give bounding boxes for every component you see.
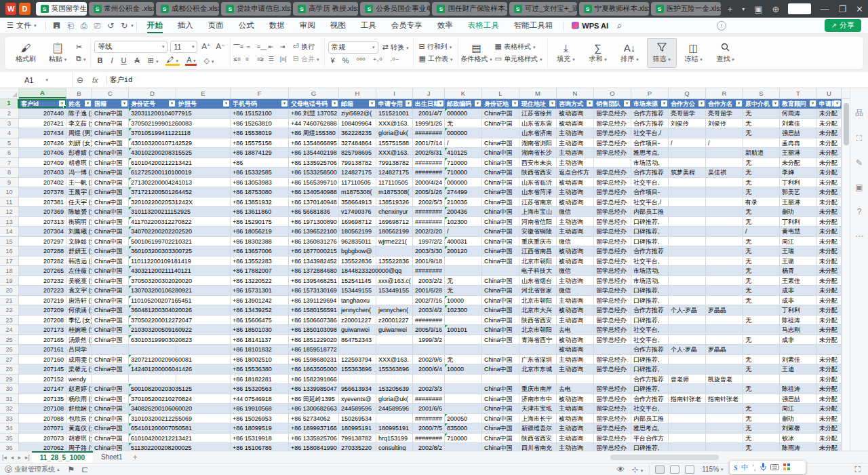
menu-item[interactable]: 插入 [170,18,201,34]
cell[interactable]: wendy [66,375,92,385]
cell[interactable]: 合作方推荐 [631,345,669,355]
cell[interactable]: 留学总经办 [594,355,631,365]
cell[interactable]: China中国 [482,227,519,237]
filter-dropdown-icon[interactable]: ▾ [437,100,443,107]
cell[interactable]: 210303200509160922 [129,325,176,335]
cell[interactable]: 102300 [445,217,482,227]
home-icon[interactable]: D [19,3,30,15]
cell[interactable]: 陈敏赟 (女 [66,207,92,217]
cell[interactable] [706,325,743,335]
cell[interactable]: 被动咨询 [557,246,594,256]
menu-item[interactable]: 智能工具箱 [507,18,561,34]
cell[interactable] [706,355,743,365]
cell[interactable] [482,128,519,138]
row-number[interactable]: 6 [0,148,19,158]
cell[interactable]: 310113200211152925 [129,207,176,217]
cell[interactable]: China中国 [482,296,519,306]
cell[interactable]: 北京市大兴 [519,305,557,316]
cell[interactable]: 口碑推荐, [631,316,669,326]
cell[interactable]: 未分配 [817,266,842,276]
row-number[interactable]: 1 [0,99,19,109]
cell[interactable]: 100101 [445,325,482,335]
row-number[interactable]: 29 [0,375,19,385]
cell[interactable]: China中国 [92,384,129,394]
row-number[interactable]: 22 [0,305,19,316]
menu-item[interactable]: 页面 [201,18,231,34]
cell[interactable]: 留学总经办 [594,109,631,119]
cell[interactable]: China中国 [482,207,519,217]
cell[interactable]: China中国 [92,207,129,217]
cell[interactable]: China中国 [92,276,129,286]
cell[interactable]: 207409 [19,158,66,168]
cell[interactable]: China中国 [92,316,129,326]
cell[interactable]: 留学总经办 [594,305,631,316]
cell[interactable]: bgbgbow@ [339,246,376,256]
conditional-format-button[interactable]: ▤ 条件格式 ▾ [462,43,492,64]
cell[interactable] [482,345,519,355]
cell[interactable]: 返点合作方 [557,168,594,178]
cell[interactable]: 152541145 [339,276,376,286]
panel-icon[interactable]: ▣ [855,183,863,192]
cell[interactable]: +86 1391129694 [289,296,339,306]
cell[interactable]: 无 [743,316,780,326]
new-tab-button[interactable]: + [728,4,733,14]
cell[interactable]: 胡睿琪 (女 [66,434,92,444]
save-icon[interactable]: 🖪 [49,21,64,31]
globe-icon[interactable]: ⊕ [772,4,780,14]
cell[interactable]: 主动咨询 [557,158,594,168]
align-center-icon[interactable]: ≡ [245,56,254,62]
cell[interactable]: 强思喆 [780,394,817,404]
cell[interactable]: 未分配 [817,335,842,345]
column-letter-O[interactable]: O [594,88,631,98]
ime-grid-icon[interactable] [783,463,790,472]
filter-dropdown-icon[interactable]: ▾ [772,100,778,107]
cell[interactable]: +86 1372884680 [289,266,339,276]
cell[interactable]: 274499 [445,187,482,197]
cell[interactable]: 207208 [19,316,66,326]
cell[interactable] [376,375,413,385]
header-cell[interactable]: 申请顾问▾ [817,99,842,109]
cell[interactable]: 未分配 [817,197,842,208]
cell[interactable]: 合作方推荐 [631,375,669,385]
ime-mode-chinese[interactable]: 中 [742,463,749,472]
header-cell[interactable]: 姓名▾ [66,99,92,109]
cell[interactable]: / [706,138,743,149]
cell[interactable]: 留学总经办 [594,434,631,444]
cell[interactable]: 2002/2/20 [413,227,445,237]
header-cell[interactable]: 咨询方式▾ [557,99,594,109]
cell[interactable]: 被动咨询 [557,414,594,424]
cell[interactable]: 180995191 [376,423,413,434]
cell[interactable]: 未分配 [817,109,842,119]
cell[interactable]: China中国 [92,119,129,129]
column-letter-R[interactable]: R [706,88,743,98]
cell[interactable]: 无 [743,168,780,178]
cell[interactable]: 207173 [19,325,66,335]
cell[interactable] [92,345,129,355]
row-number[interactable]: 3 [0,119,19,129]
column-letter-T[interactable]: T [780,88,817,98]
cell[interactable]: 广东省深圳 [519,355,557,365]
row-number[interactable]: 26 [0,345,19,355]
row-number[interactable]: 32 [0,404,19,414]
cell[interactable]: 左佳薇 (女 [66,266,92,276]
cell[interactable]: 无 [743,404,780,414]
row-number[interactable]: 15 [0,237,19,247]
document-tab[interactable]: S 高学历 教授.xlsx [293,2,358,16]
cell[interactable]: China中国 [482,109,519,119]
cell[interactable]: +86 1859518772 [289,345,339,355]
cell[interactable]: +86 18099519 [231,423,289,434]
cell[interactable]: 未分配 [817,187,842,197]
cell[interactable]: 何雨涛 [780,109,817,119]
cell[interactable]: +86 1850103098 [289,325,339,335]
cell[interactable]: 180562199 [376,227,413,237]
cell[interactable]: 340826200106060020 [129,404,176,414]
cell[interactable]: 主动咨询 [557,404,594,414]
cell[interactable]: 山东省临沂 [519,178,557,188]
freeze-button[interactable]: ◫ 冻结 ▾ [679,43,709,64]
cell[interactable]: 1999/1/26 [413,119,445,129]
cell[interactable]: 2002/8/2 [413,443,445,451]
cell[interactable]: tanghaoxu [339,296,376,306]
cell[interactable]: 主动咨询 [557,296,594,306]
cell[interactable]: 511302200208200025 [129,443,176,451]
cell[interactable]: +86 1863505000 [289,364,339,375]
